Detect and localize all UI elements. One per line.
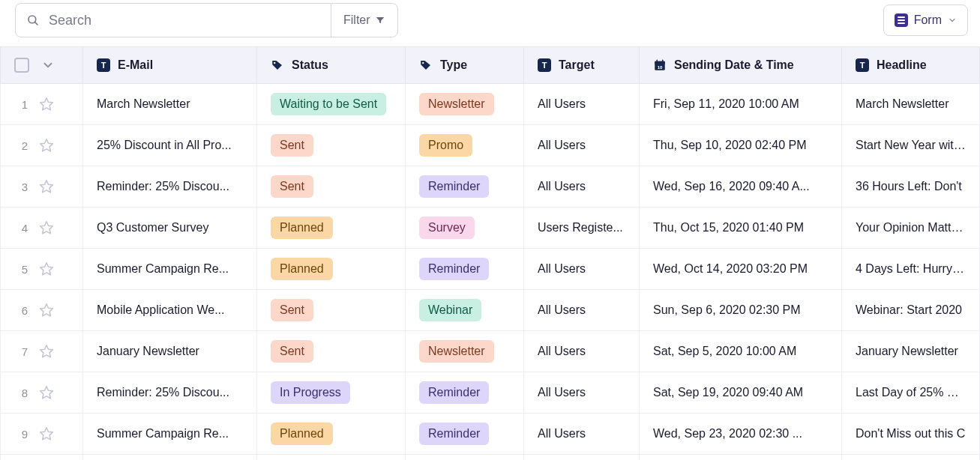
cell-target: All Users (524, 166, 640, 208)
cell-date: Wed, Sep 23, 2020 02:30 ... (640, 414, 842, 455)
cell-date: Thu, Oct 15, 2020 01:40 PM (640, 208, 842, 249)
expand-all-icon[interactable] (41, 58, 55, 72)
column-header-headline[interactable]: THeadline (842, 47, 980, 84)
column-header-status[interactable]: Status (257, 47, 406, 84)
cell-email: Reminder: 25% Discou... (83, 372, 257, 414)
table-row[interactable]: 9Summer Campaign Re...PlannedReminderAll… (1, 414, 980, 455)
star-icon[interactable] (38, 426, 55, 442)
filter-icon (375, 15, 385, 25)
cell-status: Planned (257, 249, 406, 290)
svg-marker-10 (40, 139, 53, 151)
svg-marker-9 (40, 98, 53, 110)
svg-marker-11 (40, 181, 53, 193)
column-label: Target (559, 58, 595, 72)
cell-target: All Users (524, 372, 640, 414)
tag-icon (419, 58, 433, 72)
cell-target: All Users (524, 84, 640, 125)
row-selector-cell: 10 (1, 455, 83, 461)
calendar-icon: 10 (653, 58, 667, 72)
search-box[interactable] (16, 4, 331, 37)
filter-button[interactable]: Filter (331, 4, 397, 37)
table-row[interactable]: 10Q1 Customer SurveyIn ProgressSurveyUse… (1, 455, 980, 461)
star-icon[interactable] (38, 343, 55, 360)
status-badge: Planned (271, 423, 333, 445)
star-icon[interactable] (38, 220, 55, 236)
cell-headline: We Care All of Your T (842, 455, 980, 461)
data-table: TE-Mail Status Type TTarget 10Sending Da… (0, 46, 980, 460)
search-wrap: Filter (15, 3, 398, 37)
cell-target: All Users (524, 125, 640, 166)
type-badge: Reminder (419, 423, 489, 445)
row-selector-cell: 4 (1, 208, 83, 249)
star-icon[interactable] (38, 302, 55, 318)
row-number: 4 (14, 222, 28, 234)
cell-type: Survey (406, 455, 524, 461)
table-row[interactable]: 8Reminder: 25% Discou...In ProgressRemin… (1, 372, 980, 414)
column-header-date[interactable]: 10Sending Date & Time (640, 47, 842, 84)
cell-type: Reminder (406, 414, 524, 455)
row-number: 9 (14, 428, 28, 441)
status-badge: Sent (271, 134, 313, 157)
row-number: 6 (14, 304, 28, 317)
form-icon (895, 13, 908, 27)
row-number: 7 (14, 345, 28, 358)
status-badge: Sent (271, 340, 313, 363)
cell-email: Mobile Application We... (83, 290, 257, 331)
cell-email: January Newsletter (83, 331, 257, 372)
table-row[interactable]: 6Mobile Application We...SentWebinarAll … (1, 290, 980, 331)
form-label: Form (914, 13, 942, 27)
row-selector-cell: 5 (1, 249, 83, 290)
status-badge: Waiting to be Sent (271, 93, 386, 115)
table-row[interactable]: 7January NewsletterSentNewsletterAll Use… (1, 331, 980, 372)
cell-date: Wed, Oct 14, 2020 03:20 PM (640, 249, 842, 290)
svg-marker-13 (40, 263, 53, 275)
svg-point-3 (422, 62, 424, 64)
star-icon[interactable] (38, 384, 55, 401)
form-view-button[interactable]: Form (883, 4, 968, 36)
column-label: Headline (877, 58, 927, 72)
table-row[interactable]: 5Summer Campaign Re...PlannedReminderAll… (1, 249, 980, 290)
svg-rect-6 (657, 60, 658, 63)
status-badge: In Progress (271, 381, 350, 404)
cell-email: Q3 Customer Survey (83, 208, 257, 249)
status-badge: Planned (271, 258, 333, 280)
cell-headline: Don't Miss out this C (842, 414, 980, 455)
type-badge: Newsletter (419, 340, 494, 363)
select-all-checkbox[interactable] (14, 58, 29, 73)
column-header-target[interactable]: TTarget (524, 47, 640, 84)
table-row[interactable]: 1March NewsletterWaiting to be SentNewsl… (1, 84, 980, 125)
cell-type: Reminder (406, 249, 524, 290)
row-number: 1 (14, 98, 28, 111)
table-row[interactable]: 3Reminder: 25% Discou...SentReminderAll … (1, 166, 980, 208)
cell-target: All Users (524, 249, 640, 290)
search-input[interactable] (47, 12, 320, 29)
star-icon[interactable] (38, 96, 55, 112)
column-label: Type (440, 58, 467, 72)
cell-email: 25% Discount in All Pro... (83, 125, 257, 166)
star-icon[interactable] (38, 178, 55, 195)
row-number: 2 (14, 139, 28, 152)
cell-date: Fri, Sep 11, 2020 10:00 AM (640, 84, 842, 125)
cell-status: Planned (257, 414, 406, 455)
status-badge: Sent (271, 299, 313, 321)
star-icon[interactable] (38, 261, 55, 277)
cell-type: Webinar (406, 290, 524, 331)
toolbar: Filter Form (0, 0, 980, 46)
cell-headline: Start New Year with 2 (842, 125, 980, 166)
cell-email: March Newsletter (83, 84, 257, 125)
star-icon[interactable] (38, 137, 55, 154)
row-selector-cell: 7 (1, 331, 83, 372)
table-row[interactable]: 225% Discount in All Pro...SentPromoAll … (1, 125, 980, 166)
text-type-icon: T (538, 58, 551, 72)
cell-headline: Your Opinion Matters (842, 208, 980, 249)
cell-headline: 4 Days Left: Hurry up (842, 249, 980, 290)
column-header-email[interactable]: TE-Mail (83, 47, 257, 84)
column-header-type[interactable]: Type (406, 47, 524, 84)
table-row[interactable]: 4Q3 Customer SurveyPlannedSurveyUsers Re… (1, 208, 980, 249)
cell-headline: Webinar: Start 2020 (842, 290, 980, 331)
search-filter-group: Filter (15, 3, 398, 37)
cell-type: Survey (406, 208, 524, 249)
row-selector-cell: 1 (1, 84, 83, 125)
row-selector-cell: 2 (1, 125, 83, 166)
row-selector-cell: 8 (1, 372, 83, 414)
